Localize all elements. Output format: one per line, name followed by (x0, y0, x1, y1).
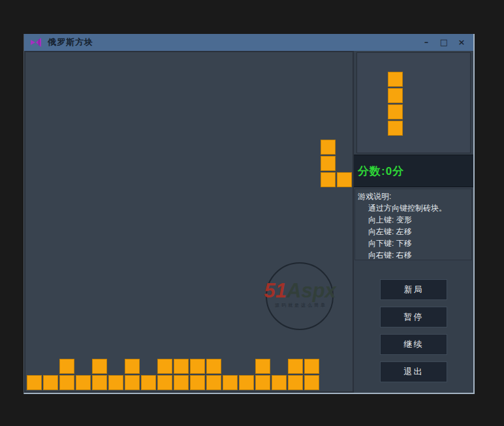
button-area: 新局暂停继续退出 (354, 279, 473, 382)
stack-block (239, 375, 254, 390)
falling-block (337, 172, 352, 187)
score-label: 分数:0分 (358, 164, 404, 179)
stack-block (59, 359, 74, 374)
stack-block (223, 375, 238, 390)
stack-block (206, 375, 221, 390)
instruction-line: 向上键: 变形 (358, 214, 469, 226)
app-window: 俄罗斯方块 – □ × 51Aspx 源码就是这么简单 分数:0分 游戏说明: (24, 34, 475, 394)
instruction-line: 通过方向键控制砖块。 (358, 202, 469, 214)
falling-block (321, 156, 336, 171)
side-panel: 分数:0分 游戏说明: 通过方向键控制砖块。向上键: 变形向左键: 左移向下键:… (354, 51, 473, 393)
stack-block (43, 375, 58, 390)
instructions-box: 游戏说明: 通过方向键控制砖块。向上键: 变形向左键: 左移向下键: 下移向右键… (354, 189, 472, 260)
preview-block (388, 121, 403, 136)
pause-button[interactable]: 暂停 (380, 307, 447, 327)
stack-block (288, 375, 303, 390)
close-button[interactable]: × (457, 38, 466, 47)
stack-block (141, 375, 156, 390)
minimize-button[interactable]: – (422, 38, 431, 47)
new-game-button[interactable]: 新局 (380, 279, 447, 300)
stack-block (157, 359, 172, 374)
instruction-line: 向右键: 右移 (358, 249, 469, 261)
watermark-tagline: 源码就是这么简单 (255, 302, 347, 309)
stack-block (125, 359, 140, 374)
stack-block (125, 375, 140, 390)
window-controls: – □ × (422, 34, 466, 51)
instruction-line: 向左键: 左移 (358, 226, 469, 237)
stack-block (255, 359, 270, 374)
maximize-button[interactable]: □ (439, 38, 449, 47)
falling-block (321, 172, 336, 187)
watermark-51: 51 (264, 279, 287, 302)
falling-block (321, 140, 336, 155)
stack-block (174, 375, 189, 390)
preview-block (388, 88, 403, 103)
stack-block (92, 359, 107, 374)
game-board: 51Aspx 源码就是这么简单 (24, 51, 354, 393)
stack-block (255, 375, 270, 390)
stack-block (76, 375, 91, 390)
stack-block (190, 375, 205, 390)
resume-button[interactable]: 继续 (380, 334, 447, 355)
watermark-logo-text: 51Aspx (255, 281, 347, 301)
exit-button[interactable]: 退出 (380, 361, 447, 382)
stack-block (157, 375, 172, 390)
window-content: 51Aspx 源码就是这么简单 分数:0分 游戏说明: 通过方向键控制砖块。向上… (24, 51, 473, 393)
stack-block (174, 359, 189, 374)
instructions-title: 游戏说明: (358, 191, 469, 202)
visual-studio-icon (30, 37, 42, 48)
preview-block (388, 72, 403, 87)
stack-block (206, 359, 221, 374)
stack-block (272, 375, 287, 390)
stack-block (59, 375, 74, 390)
title-bar[interactable]: 俄罗斯方块 – □ × (24, 34, 473, 51)
51aspx-watermark: 51Aspx 源码就是这么简单 (255, 262, 347, 335)
instruction-line: 向下键: 下移 (358, 237, 469, 249)
next-piece-preview (356, 52, 471, 153)
preview-block (388, 104, 403, 119)
stack-block (27, 375, 42, 390)
stack-block (304, 375, 319, 390)
stack-block (190, 359, 205, 374)
stack-block (108, 375, 123, 390)
stack-block (288, 359, 303, 374)
stack-block (304, 359, 319, 374)
score-bar: 分数:0分 (354, 155, 473, 187)
stack-block (92, 375, 107, 390)
window-title: 俄罗斯方块 (48, 37, 93, 48)
watermark-aspx: Aspx (287, 279, 336, 302)
